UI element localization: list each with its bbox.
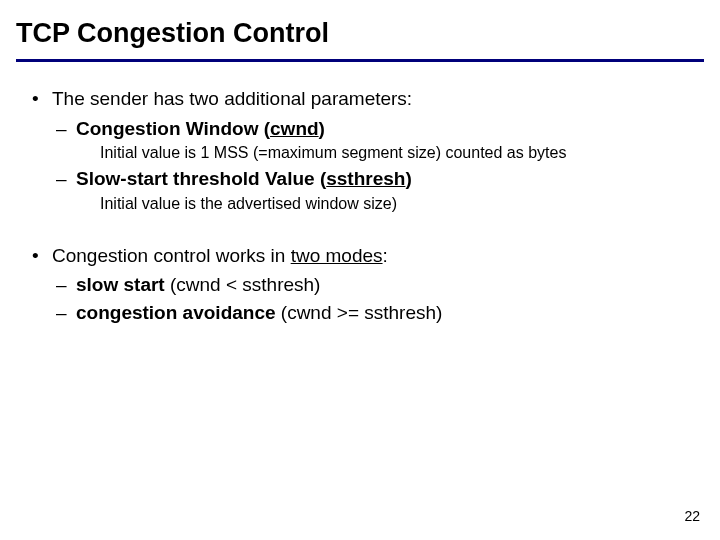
bullet-2-sub-1-cond: (cwnd < ssthresh) <box>165 274 321 295</box>
bullet-1-sub-1-note: Initial value is 1 MSS (=maximum segment… <box>76 143 704 164</box>
bullet-2-sub-2-label: congestion avoidance <box>76 302 276 323</box>
page-number: 22 <box>684 508 700 524</box>
slide-title: TCP Congestion Control <box>16 18 704 49</box>
bullet-2: Congestion control works in two modes: s… <box>24 243 704 326</box>
bullet-2-text: Congestion control works in two modes: <box>52 245 388 266</box>
title-rule <box>16 59 704 62</box>
slide-content: The sender has two additional parameters… <box>16 86 704 325</box>
bullet-1-sub-2: Slow-start threshold Value (ssthresh) In… <box>52 166 704 214</box>
bullet-2-sub-2: congestion avoidance (cwnd >= ssthresh) <box>52 300 704 326</box>
bullet-1: The sender has two additional parameters… <box>24 86 704 215</box>
bullet-2-sub-1: slow start (cwnd < ssthresh) <box>52 272 704 298</box>
bullet-2-sub-1-label: slow start <box>76 274 165 295</box>
bullet-1-text: The sender has two additional parameters… <box>52 88 412 109</box>
bullet-1-sub-1-label: Congestion Window (cwnd) <box>76 118 325 139</box>
bullet-2-sub-2-cond: (cwnd >= ssthresh) <box>276 302 443 323</box>
bullet-1-sub-1: Congestion Window (cwnd) Initial value i… <box>52 116 704 164</box>
bullet-1-sub-2-note: Initial value is the advertised window s… <box>76 194 704 215</box>
bullet-1-sub-2-label: Slow-start threshold Value (ssthresh) <box>76 168 412 189</box>
